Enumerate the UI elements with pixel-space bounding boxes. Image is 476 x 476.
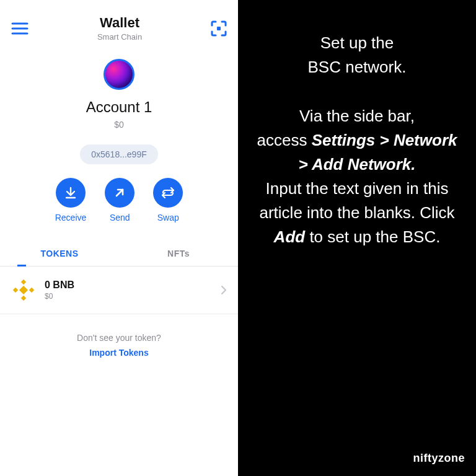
action-row: Receive Send Swap [0, 178, 238, 223]
svg-rect-10 [29, 288, 34, 293]
svg-line-6 [117, 190, 123, 196]
nav-path: Settings > Network > Add Network. [298, 131, 457, 174]
menu-icon[interactable] [11, 22, 29, 35]
svg-rect-9 [13, 288, 18, 293]
body-p2a: Via the side bar, [299, 107, 415, 125]
send-label: Send [110, 213, 130, 223]
header: Wallet Smart Chain [0, 0, 238, 48]
heading-line2: BSC network. [308, 58, 407, 76]
svg-rect-7 [21, 280, 26, 284]
token-row[interactable]: 0 BNB $0 [0, 267, 238, 314]
network-name[interactable]: Smart Chain [97, 32, 142, 42]
receive-label: Receive [55, 213, 87, 223]
swap-label: Swap [157, 213, 179, 223]
instruction-body: Via the side bar, access Settings > Netw… [250, 104, 464, 249]
token-name: 0 BNB [45, 280, 221, 291]
tab-nfts[interactable]: NFTs [119, 241, 238, 266]
avatar-wrap [0, 59, 238, 90]
tab-tokens[interactable]: TOKENS [0, 241, 119, 266]
bnb-icon [11, 278, 36, 302]
swap-button[interactable]: Swap [153, 178, 183, 223]
account-balance: $0 [0, 120, 238, 130]
send-icon [105, 178, 134, 208]
scan-icon[interactable] [211, 20, 227, 37]
account-name[interactable]: Account 1 [0, 99, 238, 116]
instruction-panel: Set up the BSC network. Via the side bar… [238, 0, 476, 476]
avatar[interactable] [104, 59, 134, 90]
instruction-heading: Set up the BSC network. [308, 31, 407, 79]
import-section: Don't see your token? Import Tokens [0, 333, 238, 358]
receive-button[interactable]: Receive [55, 178, 87, 223]
brand-logo: niftyzone [413, 452, 465, 465]
body-p2b: access [257, 131, 312, 149]
receive-icon [56, 178, 86, 208]
address-pill[interactable]: 0x5618...e99F [80, 144, 158, 164]
title-area: Wallet Smart Chain [97, 15, 142, 42]
svg-rect-8 [21, 296, 26, 301]
heading-line1: Set up the [320, 33, 394, 52]
swap-icon [153, 178, 183, 208]
svg-rect-3 [217, 27, 221, 30]
tabs: TOKENS NFTs [0, 241, 238, 267]
import-tokens-link[interactable]: Import Tokens [0, 348, 238, 358]
import-prompt: Don't see your token? [0, 333, 238, 343]
body-p3a: Input the text given in this article int… [259, 179, 454, 222]
svg-rect-11 [19, 286, 28, 294]
wallet-app: Wallet Smart Chain Account 1 $0 0x5618..… [0, 0, 238, 476]
body-p3b: to set up the BSC. [305, 227, 440, 246]
send-button[interactable]: Send [105, 178, 134, 223]
token-fiat: $0 [45, 292, 221, 301]
chevron-right-icon [221, 285, 227, 295]
add-word: Add [274, 227, 306, 246]
page-title: Wallet [100, 15, 139, 31]
token-info: 0 BNB $0 [45, 280, 221, 301]
